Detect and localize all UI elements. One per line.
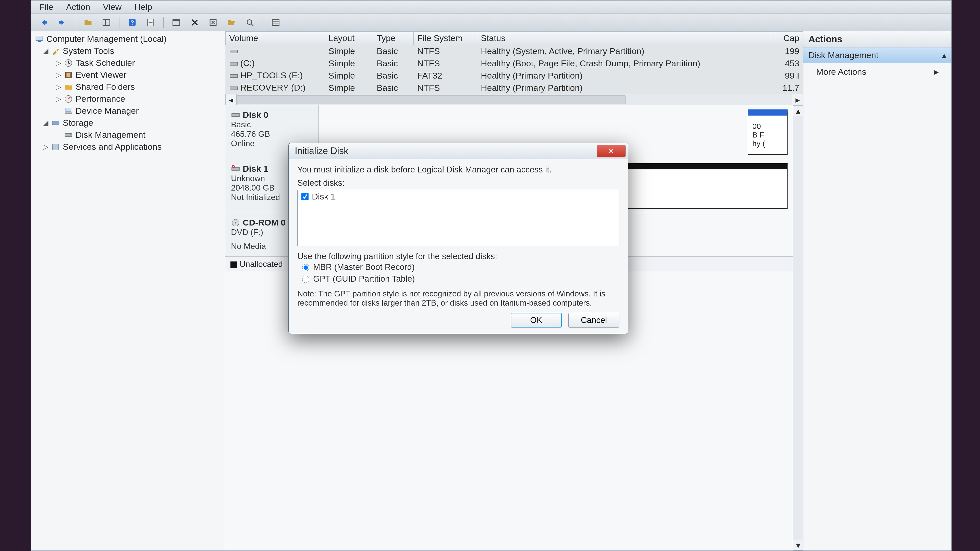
col-capacity[interactable]: Cap (770, 32, 803, 45)
help-button[interactable]: ? (126, 16, 139, 29)
disk1-checkbox[interactable] (301, 193, 309, 200)
tree-task-scheduler[interactable]: ▷ Task Scheduler (31, 57, 225, 69)
mbr-radio[interactable] (302, 264, 309, 271)
rescan-button[interactable] (243, 16, 256, 29)
show-hide-tree-button[interactable] (100, 16, 113, 29)
dialog-titlebar[interactable]: Initialize Disk (289, 143, 628, 159)
col-status[interactable]: Status (477, 32, 770, 45)
scroll-up-button[interactable]: ▴ (793, 105, 803, 116)
menu-action[interactable]: Action (66, 2, 90, 12)
device-icon (64, 106, 73, 116)
scroll-left-button[interactable]: ◂ (225, 94, 237, 105)
gpt-option[interactable]: GPT (GUID Partition Table) (298, 273, 619, 285)
col-volume[interactable]: Volume (226, 32, 325, 45)
disk-list-item[interactable]: Disk 1 (299, 191, 618, 202)
expand-icon[interactable]: ▷ (43, 143, 48, 151)
collapse-icon[interactable]: ◢ (43, 47, 48, 55)
cell-fs: NTFS (414, 45, 477, 57)
volume-list[interactable]: Volume Layout Type File System Status Ca… (225, 32, 803, 94)
table-row[interactable]: SimpleBasicNTFSHealthy (System, Active, … (226, 45, 803, 57)
refresh-button[interactable] (170, 16, 183, 29)
menu-help[interactable]: Help (134, 2, 152, 12)
svg-rect-30 (230, 87, 238, 90)
select-disks-label: Select disks: (298, 178, 619, 188)
navigation-tree[interactable]: Computer Management (Local) ◢ System Too… (31, 32, 225, 551)
settings-button[interactable] (207, 16, 220, 29)
tree-device-manager[interactable]: Device Manager (31, 105, 225, 117)
collapse-icon[interactable]: ▴ (942, 50, 946, 60)
disk-listbox[interactable]: Disk 1 (298, 190, 619, 246)
scroll-right-button[interactable]: ▸ (792, 94, 803, 105)
col-fs[interactable]: File System (414, 32, 477, 45)
menu-file[interactable]: File (39, 2, 53, 12)
tree-label: Shared Folders (76, 82, 135, 92)
gpt-radio[interactable] (302, 276, 309, 283)
tree-label: Storage (63, 118, 93, 128)
delete-button[interactable] (188, 16, 201, 29)
cancel-button[interactable]: Cancel (568, 313, 619, 327)
expand-icon[interactable]: ▷ (56, 83, 61, 91)
menu-view[interactable]: View (103, 2, 121, 12)
cell-type: Basic (373, 45, 414, 57)
toolbar: ? (31, 14, 951, 32)
tree-label: System Tools (63, 46, 115, 56)
actions-header: Actions (803, 32, 951, 48)
svg-rect-15 (36, 36, 43, 41)
svg-rect-12 (272, 19, 279, 25)
tree-performance[interactable]: ▷ Performance (31, 93, 225, 105)
tree-system-tools[interactable]: ◢ System Tools (31, 45, 225, 57)
tree-shared-folders[interactable]: ▷ Shared Folders (31, 81, 225, 93)
disk1-label: Disk 1 (312, 192, 335, 202)
toolbar-separator (262, 17, 263, 28)
tree-event-viewer[interactable]: ▷ Event Viewer (31, 69, 225, 81)
svg-rect-31 (232, 114, 239, 117)
more-actions[interactable]: More Actions ▸ (803, 63, 951, 80)
folder-shared-icon (64, 83, 73, 92)
cell-layout: Simple (325, 57, 373, 69)
collapse-icon[interactable]: ◢ (43, 119, 48, 127)
horizontal-scrollbar[interactable]: ◂ ▸ (225, 94, 803, 105)
cell-volume: RECOVERY (D:) (226, 82, 325, 94)
col-layout[interactable]: Layout (325, 32, 373, 45)
up-button[interactable] (81, 16, 95, 29)
expand-icon[interactable]: ▷ (56, 71, 61, 79)
scroll-down-button[interactable]: ▾ (793, 540, 803, 551)
col-type[interactable]: Type (373, 32, 414, 45)
table-row[interactable]: HP_TOOLS (E:)SimpleBasicFAT32Healthy (Pr… (226, 69, 803, 82)
storage-icon (51, 118, 60, 127)
cell-capacity: 453 (770, 57, 803, 69)
dialog-body: You must initialize a disk before Logica… (289, 159, 628, 333)
menu-bar: File Action View Help (31, 0, 951, 14)
expand-icon[interactable]: ▷ (56, 95, 61, 103)
disk-title: Disk 0 (243, 110, 268, 120)
ok-button[interactable]: OK (511, 313, 562, 327)
volume-table[interactable]: Volume Layout Type File System Status Ca… (225, 32, 803, 94)
dialog-message: You must initialize a disk before Logica… (298, 165, 619, 175)
table-row[interactable]: RECOVERY (D:)SimpleBasicNTFSHealthy (Pri… (226, 82, 803, 94)
back-button[interactable] (37, 16, 51, 29)
tree-label: Performance (76, 94, 125, 104)
scroll-thumb[interactable] (237, 95, 626, 104)
expand-icon[interactable]: ▷ (56, 59, 61, 67)
cell-capacity: 11.7 (770, 82, 803, 94)
mbr-option[interactable]: MBR (Master Boot Record) (298, 261, 619, 273)
disk-icon (64, 130, 73, 140)
tree-services[interactable]: ▷ Services and Applications (31, 141, 225, 153)
actions-section-header[interactable]: Disk Management ▴ (803, 48, 951, 63)
close-button[interactable] (597, 144, 625, 157)
scroll-track[interactable] (237, 94, 792, 105)
tree-label: Task Scheduler (76, 58, 135, 68)
table-row[interactable]: (C:)SimpleBasicNTFSHealthy (Boot, Page F… (226, 57, 803, 69)
scroll-track[interactable] (793, 116, 803, 540)
open-button[interactable] (225, 16, 238, 29)
tree-disk-management[interactable]: Disk Management (31, 129, 225, 141)
cell-status: Healthy (Boot, Page File, Crash Dump, Pr… (477, 57, 770, 69)
list-button[interactable] (269, 16, 282, 29)
cell-type: Basic (373, 57, 414, 69)
tree-root[interactable]: Computer Management (Local) (31, 33, 225, 45)
tree-storage[interactable]: ◢ Storage (31, 117, 225, 129)
properties-button[interactable] (144, 16, 157, 29)
vertical-scrollbar[interactable]: ▴ ▾ (793, 105, 803, 551)
forward-button[interactable] (56, 16, 69, 29)
partition-visible-fragment[interactable]: 00 B F hy ( (748, 110, 788, 155)
